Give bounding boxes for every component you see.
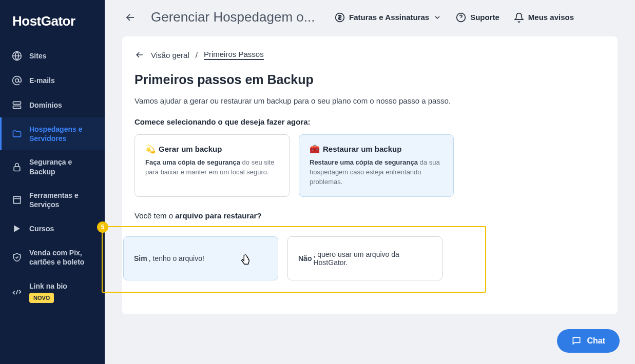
header-notices-label: Meus avisos: [528, 13, 574, 22]
svg-rect-2: [13, 102, 21, 104]
option-title: Restaurar um backup: [323, 145, 401, 153]
sidebar-item-sales[interactable]: Venda com Pix, cartões e boleto: [0, 241, 105, 274]
folder-icon: [12, 129, 22, 139]
breadcrumb: Visão geral / Primeiros Passos: [134, 50, 605, 60]
sidebar-item-sites[interactable]: Sites: [0, 44, 105, 68]
sidebar-item-label: E-mails: [29, 76, 94, 85]
globe-icon: [12, 51, 22, 61]
header-support-label: Suporte: [470, 13, 499, 22]
back-arrow-icon[interactable]: [124, 11, 137, 24]
header: Gerenciar Hospedagem o... Faturas e Assi…: [105, 0, 635, 34]
answer-row: Sim, tenho o arquivo! Não, quero usar um…: [123, 236, 465, 280]
sidebar-item-label: Hospedagens e Servidores: [29, 125, 94, 143]
svg-point-1: [15, 79, 19, 83]
svg-rect-4: [14, 167, 20, 171]
header-billing-label: Faturas e Assinaturas: [349, 13, 429, 22]
svg-rect-3: [13, 106, 21, 109]
shield-icon: [12, 252, 22, 262]
question-text: Você tem o arquivo para restaurar?: [134, 211, 605, 220]
breadcrumb-current: Primeiros Passos: [204, 50, 264, 60]
page-title: Primeiros passos em Backup: [134, 72, 605, 87]
novo-badge: NOVO: [29, 293, 54, 303]
option-title: Gerar um backup: [159, 145, 222, 153]
page-subtitle: Vamos ajudar a gerar ou restaurar um bac…: [134, 96, 605, 105]
answer-no[interactable]: Não, quero usar um arquivo da HostGator.: [287, 236, 442, 280]
main: Gerenciar Hospedagem o... Faturas e Assi…: [105, 0, 635, 364]
section-label: Comece selecionando o que deseja fazer a…: [134, 117, 605, 126]
chevron-down-icon: [433, 13, 441, 22]
option-cards-row: 💫 Gerar um backup Faça uma cópia de segu…: [134, 134, 605, 197]
server-icon: [12, 100, 22, 110]
link-icon: [12, 287, 22, 297]
at-icon: [12, 75, 22, 86]
chat-icon: [571, 336, 582, 346]
sidebar-item-courses[interactable]: Cursos: [0, 216, 105, 241]
header-notices-link[interactable]: Meus avisos: [514, 12, 574, 23]
logo: HostGator: [0, 9, 105, 44]
sidebar-item-domains[interactable]: Domínios: [0, 93, 105, 117]
sidebar-item-label: Sites: [29, 51, 94, 60]
sidebar-item-label: Segurança e Backup: [29, 157, 94, 176]
sidebar-item-hosting[interactable]: Hospedagens e Servidores: [0, 117, 105, 150]
chat-label: Chat: [587, 336, 605, 346]
header-support-link[interactable]: Suporte: [456, 12, 499, 23]
step-number-badge: 5: [97, 221, 108, 233]
sidebar: HostGator Sites E-mails Domínios: [0, 0, 105, 364]
sidebar-item-label: Venda com Pix, cartões e boleto: [29, 248, 94, 267]
sidebar-item-label: Cursos: [29, 224, 94, 233]
pointer-cursor-icon: [240, 253, 251, 267]
highlight-step-box: 5 Sim, tenho o arquivo! Não, quero usar …: [102, 226, 486, 293]
breadcrumb-back-icon[interactable]: [134, 50, 145, 60]
answer-yes[interactable]: Sim, tenho o arquivo!: [123, 236, 278, 280]
store-icon: [12, 195, 22, 205]
breadcrumb-separator: /: [196, 51, 198, 59]
breadcrumb-root[interactable]: Visão geral: [151, 51, 189, 59]
sidebar-item-linkbio[interactable]: Link na bio NOVO: [0, 274, 105, 310]
option-desc: Faça uma cópia de segurança do seu site …: [145, 158, 279, 177]
toolbox-emoji: 🧰: [310, 144, 320, 154]
sidebar-item-label: Domínios: [29, 100, 94, 110]
dollar-icon: [335, 12, 345, 23]
sidebar-item-label: Ferramentas e Serviços: [29, 191, 94, 209]
sparkle-emoji: 💫: [145, 144, 156, 154]
play-icon: [12, 224, 22, 234]
bell-icon: [514, 12, 524, 23]
help-icon: [456, 12, 466, 23]
sidebar-item-label: Link na bio: [29, 281, 67, 291]
header-title: Gerenciar Hospedagem o...: [151, 9, 320, 25]
sidebar-item-tools[interactable]: Ferramentas e Serviços: [0, 184, 105, 216]
header-billing-link[interactable]: Faturas e Assinaturas: [335, 12, 441, 23]
chat-button[interactable]: Chat: [557, 329, 620, 353]
sidebar-item-security[interactable]: Segurança e Backup: [0, 150, 105, 183]
sidebar-item-emails[interactable]: E-mails: [0, 68, 105, 93]
lock-icon: [12, 162, 22, 172]
content-card: Visão geral / Primeiros Passos Primeiros…: [122, 36, 618, 314]
option-desc: Restaure uma cópia de segurança da sua h…: [310, 158, 443, 187]
option-generate-backup[interactable]: 💫 Gerar um backup Faça uma cópia de segu…: [134, 134, 290, 197]
option-restore-backup[interactable]: 🧰 Restaurar um backup Restaure uma cópia…: [299, 134, 454, 197]
